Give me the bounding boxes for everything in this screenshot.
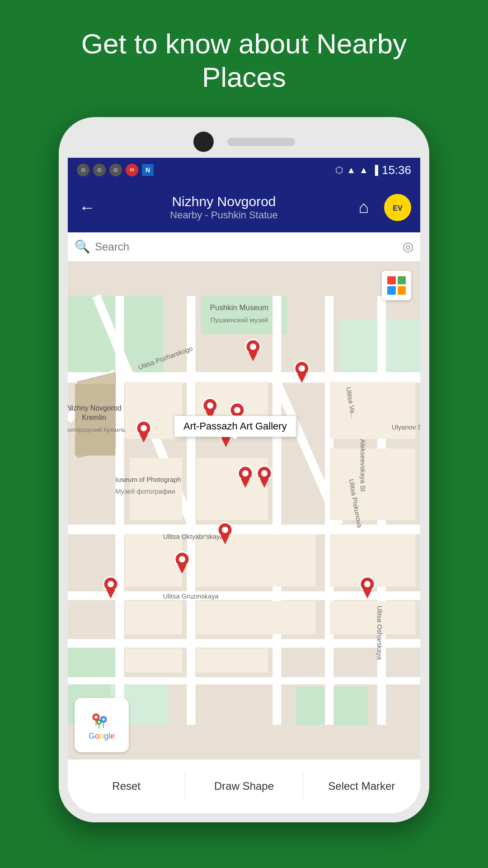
- svg-point-78: [222, 527, 228, 533]
- draw-shape-label: Draw Shape: [214, 780, 274, 793]
- search-bar: 🔍 ◎: [68, 232, 420, 262]
- camera-icon-2: ⊙: [93, 164, 106, 176]
- grid-dot-orange: [398, 286, 406, 295]
- svg-marker-82: [178, 565, 187, 574]
- grid-button[interactable]: [382, 271, 411, 300]
- location-icon[interactable]: ◎: [403, 239, 413, 254]
- google-logo: Google: [75, 698, 129, 752]
- phone-screen: ⊙ ⊙ ⊙ ✉ N ⬡ ▲ ▲ ▐ 15:36 ← Nizhny Novgoro…: [68, 126, 420, 813]
- status-icons-right: ⬡ ▲ ▲ ▐ 15:36: [335, 163, 411, 177]
- n-icon: N: [142, 164, 154, 176]
- svg-text:Ulitsa Osharskaya: Ulitsa Osharskaya: [376, 606, 383, 660]
- logo-badge[interactable]: EV EV: [384, 194, 411, 221]
- svg-text:Ulyanov St: Ulyanov St: [392, 424, 420, 431]
- grid-dot-green: [398, 276, 406, 285]
- select-marker-label: Select Marker: [328, 780, 395, 793]
- camera-icon-3: ⊙: [109, 164, 122, 176]
- google-maps-icon: [84, 709, 120, 731]
- svg-rect-27: [197, 534, 316, 586]
- camera-icon-1: ⊙: [77, 164, 89, 176]
- map-marker-6[interactable]: [135, 420, 153, 443]
- map-marker-9[interactable]: [216, 522, 234, 544]
- svg-rect-32: [197, 601, 316, 634]
- map-tooltip: Art-Passazh Art Gallery: [174, 415, 296, 437]
- draw-shape-tab[interactable]: Draw Shape: [185, 760, 302, 813]
- svg-rect-33: [330, 601, 416, 634]
- svg-rect-16: [272, 296, 281, 725]
- svg-text:Kremlin: Kremlin: [82, 414, 106, 421]
- svg-point-96: [98, 721, 100, 723]
- svg-marker-73: [241, 479, 250, 488]
- tooltip-text: Art-Passazh Art Gallery: [183, 420, 287, 432]
- svg-marker-55: [249, 352, 258, 361]
- svg-marker-88: [363, 590, 372, 599]
- map-marker-11[interactable]: [102, 576, 120, 599]
- svg-point-57: [299, 365, 305, 372]
- home-button[interactable]: ⌂: [350, 194, 377, 221]
- status-icons-left: ⊙ ⊙ ⊙ ✉ N: [77, 164, 154, 176]
- select-marker-tab[interactable]: Select Marker: [303, 760, 420, 813]
- svg-marker-58: [297, 374, 306, 383]
- svg-point-54: [250, 344, 256, 350]
- cast-icon: ⬡: [335, 165, 343, 175]
- svg-rect-35: [197, 648, 268, 672]
- front-camera: [193, 132, 214, 152]
- bottom-bar: Reset Draw Shape Select Marker: [68, 759, 420, 813]
- app-bar: ← Nizhny Novgorod Nearby - Pushkin Statu…: [68, 183, 420, 232]
- svg-point-60: [207, 402, 213, 409]
- svg-rect-22: [125, 382, 182, 439]
- map-marker-10[interactable]: [173, 551, 191, 574]
- svg-rect-34: [125, 648, 182, 672]
- map-marker-2[interactable]: [293, 360, 311, 383]
- grid-dot-red: [387, 276, 396, 285]
- map-marker-12[interactable]: [358, 576, 376, 599]
- svg-text:Ulitsa Gruzinskaya: Ulitsa Gruzinskaya: [163, 593, 219, 600]
- svg-marker-79: [221, 535, 230, 544]
- reset-tab[interactable]: Reset: [68, 760, 185, 813]
- svg-text:EV: EV: [393, 204, 403, 212]
- grid-dot-blue: [387, 286, 396, 295]
- app-bar-title: Nizhny Novgorod Nearby - Pushkin Statue: [104, 194, 343, 221]
- shield-icon: EV: [386, 196, 409, 219]
- svg-rect-31: [125, 601, 182, 634]
- mail-icon: ✉: [126, 164, 138, 176]
- map-marker-8[interactable]: [255, 465, 273, 488]
- svg-marker-70: [139, 434, 148, 443]
- svg-point-87: [364, 581, 371, 587]
- phone-device: ⊙ ⊙ ⊙ ✉ N ⬡ ▲ ▲ ▐ 15:36 ← Nizhny Novgoro…: [59, 117, 429, 822]
- status-bar: ⊙ ⊙ ⊙ ✉ N ⬡ ▲ ▲ ▐ 15:36: [68, 158, 420, 183]
- search-input[interactable]: [95, 241, 398, 253]
- battery-icon: ▐: [372, 165, 378, 175]
- svg-text:Ulitsa Oktyabr'skaya: Ulitsa Oktyabr'skaya: [163, 533, 224, 540]
- svg-point-84: [108, 581, 114, 587]
- back-button[interactable]: ←: [77, 196, 98, 219]
- map-container[interactable]: Pushkin Museum Пушкинский музей Nizhny N…: [68, 262, 420, 759]
- map-marker-1[interactable]: [244, 339, 262, 361]
- svg-point-81: [179, 556, 185, 562]
- map-svg: Pushkin Museum Пушкинский музей Nizhny N…: [68, 262, 420, 759]
- svg-text:Iuseum of Photograph: Iuseum of Photograph: [115, 476, 181, 483]
- svg-text:Nizhny Novgorod: Nizhny Novgorod: [68, 404, 122, 411]
- svg-text:Нижегородский Кремль: Нижегородский Кремль: [68, 426, 125, 433]
- google-text: Google: [89, 731, 115, 741]
- signal-icon: ▲: [359, 165, 368, 175]
- svg-point-90: [94, 716, 98, 719]
- svg-text:Музей фотографии: Музей фотографии: [115, 488, 175, 495]
- phone-camera-area: [68, 126, 420, 158]
- svg-text:Pushkin Museum: Pushkin Museum: [210, 303, 268, 312]
- status-time: 15:36: [382, 163, 411, 177]
- svg-point-63: [234, 407, 240, 413]
- map-marker-7[interactable]: [236, 465, 254, 488]
- svg-point-69: [141, 425, 147, 431]
- svg-marker-76: [260, 479, 269, 488]
- svg-text:Alekseevskaya St: Alekseevskaya St: [359, 439, 366, 491]
- search-icon: 🔍: [75, 239, 90, 254]
- svg-marker-67: [221, 438, 230, 447]
- home-icon: ⌂: [359, 198, 369, 217]
- svg-point-75: [261, 470, 267, 476]
- svg-text:Пушкинский музей: Пушкинский музей: [211, 316, 268, 323]
- wifi-icon: ▲: [347, 165, 356, 175]
- svg-point-72: [242, 470, 249, 476]
- headline: Get to know about Nearby Places: [0, 0, 488, 117]
- svg-point-93: [102, 718, 105, 721]
